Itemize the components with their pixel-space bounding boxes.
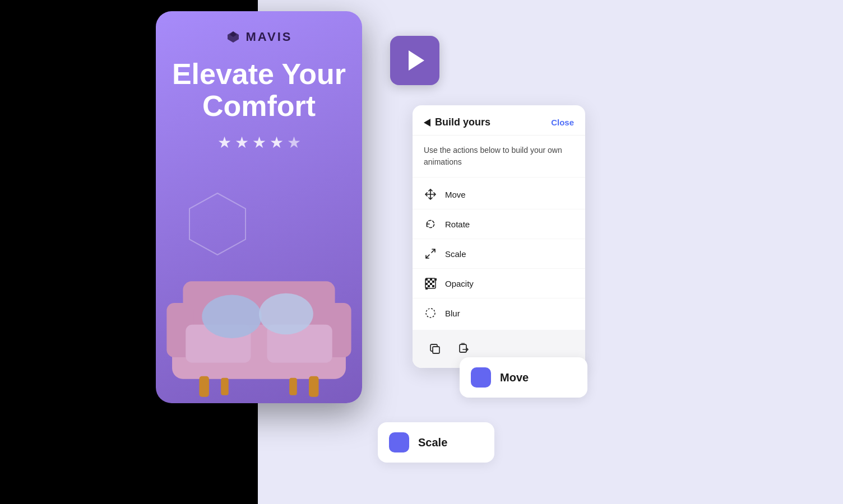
phone-stars: ★ ★ ★ ★ ★	[217, 133, 301, 152]
action-item-opacity[interactable]: Opacity	[413, 269, 585, 298]
action-label-scale: Scale	[445, 249, 466, 259]
build-panel-header: Build yours Close	[413, 105, 585, 136]
svg-point-9	[259, 293, 313, 335]
star-2: ★	[235, 133, 249, 152]
action-label-move: Move	[445, 190, 466, 199]
phone-card: MAVIS Elevate Your Comfort ★ ★ ★ ★ ★	[156, 11, 362, 403]
paste-button[interactable]	[453, 338, 475, 360]
close-button[interactable]: Close	[551, 118, 574, 127]
scale-card-label: Scale	[418, 436, 447, 449]
svg-rect-17	[428, 281, 430, 283]
svg-rect-23	[425, 287, 428, 290]
star-1: ★	[217, 133, 231, 152]
scale-icon	[424, 247, 437, 260]
scale-card: Scale	[378, 422, 494, 463]
svg-rect-20	[430, 283, 432, 285]
play-icon	[409, 50, 424, 71]
svg-rect-22	[432, 285, 434, 287]
copy-button[interactable]	[424, 338, 446, 360]
logo-icon	[225, 29, 241, 45]
logo-text: MAVIS	[246, 30, 292, 44]
blur-icon	[424, 306, 437, 320]
build-panel-description: Use the actions below to build your own …	[413, 136, 585, 178]
action-item-rotate[interactable]: Rotate	[413, 209, 585, 239]
move-card: Move	[460, 357, 587, 398]
action-item-scale[interactable]: Scale	[413, 239, 585, 269]
build-panel-title: Build yours	[424, 116, 490, 128]
move-card-label: Move	[500, 371, 529, 384]
svg-rect-10	[199, 376, 209, 397]
action-label-blur: Blur	[445, 309, 460, 318]
star-3: ★	[252, 133, 266, 152]
svg-rect-19	[425, 283, 428, 285]
action-label-rotate: Rotate	[445, 220, 470, 229]
star-4: ★	[270, 133, 284, 152]
rotate-icon	[424, 217, 437, 231]
sofa-illustration	[156, 241, 362, 403]
move-color-indicator	[471, 367, 491, 388]
svg-rect-26	[433, 347, 439, 353]
svg-rect-15	[425, 278, 428, 281]
star-5: ★	[287, 133, 301, 152]
action-list: Move Rotate Scale	[413, 178, 585, 330]
action-item-move[interactable]: Move	[413, 180, 585, 209]
svg-rect-18	[432, 281, 434, 283]
build-panel-title-text: Build yours	[435, 116, 490, 128]
svg-rect-24	[434, 278, 437, 281]
phone-headline: Elevate Your Comfort	[169, 58, 349, 122]
svg-point-25	[426, 309, 435, 318]
scale-color-indicator	[389, 432, 409, 452]
triangle-icon	[424, 119, 430, 127]
svg-rect-21	[428, 285, 430, 287]
action-item-blur[interactable]: Blur	[413, 298, 585, 328]
svg-rect-11	[309, 376, 318, 397]
opacity-icon	[424, 277, 437, 290]
move-icon	[424, 188, 437, 201]
build-panel: Build yours Close Use the actions below …	[413, 105, 585, 368]
svg-rect-12	[221, 378, 229, 395]
svg-rect-16	[430, 278, 432, 281]
svg-point-8	[202, 295, 262, 338]
svg-rect-13	[289, 378, 297, 395]
svg-rect-27	[460, 344, 466, 352]
action-label-opacity: Opacity	[445, 279, 474, 288]
play-button[interactable]	[390, 36, 439, 85]
logo: MAVIS	[225, 29, 292, 45]
